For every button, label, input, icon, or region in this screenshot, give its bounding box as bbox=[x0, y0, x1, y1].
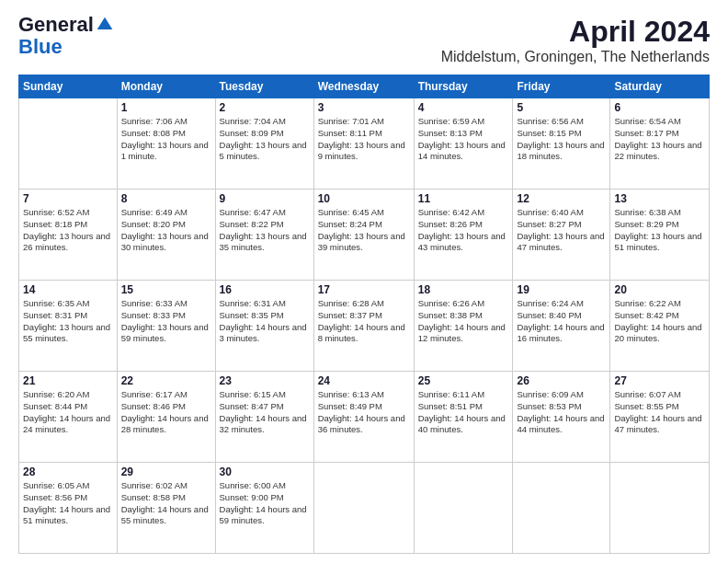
sunset-text: Sunset: 8:29 PM bbox=[614, 219, 678, 229]
calendar-cell: 13Sunrise: 6:38 AMSunset: 8:29 PMDayligh… bbox=[610, 190, 710, 281]
sunrise-text: Sunrise: 6:49 AM bbox=[121, 207, 188, 217]
sunset-text: Sunset: 8:49 PM bbox=[318, 401, 382, 411]
calendar-cell: 28Sunrise: 6:05 AMSunset: 8:56 PMDayligh… bbox=[19, 463, 118, 554]
sunrise-text: Sunrise: 6:17 AM bbox=[121, 389, 188, 399]
sunset-text: Sunset: 8:08 PM bbox=[121, 128, 186, 138]
daylight-text: Daylight: 13 hours and 43 minutes. bbox=[418, 231, 506, 253]
sunset-text: Sunset: 8:55 PM bbox=[614, 401, 678, 411]
sunrise-text: Sunrise: 6:35 AM bbox=[23, 298, 89, 308]
calendar-week-4: 21Sunrise: 6:20 AMSunset: 8:44 PMDayligh… bbox=[19, 372, 710, 463]
sunset-text: Sunset: 8:53 PM bbox=[517, 401, 581, 411]
daylight-text: Daylight: 14 hours and 32 minutes. bbox=[220, 413, 307, 435]
sunrise-text: Sunrise: 6:56 AM bbox=[517, 116, 583, 126]
sunset-text: Sunset: 8:58 PM bbox=[121, 492, 186, 502]
daylight-text: Daylight: 14 hours and 24 minutes. bbox=[23, 413, 110, 435]
day-info: Sunrise: 6:38 AMSunset: 8:29 PMDaylight:… bbox=[614, 207, 705, 254]
calendar-cell: 11Sunrise: 6:42 AMSunset: 8:26 PMDayligh… bbox=[414, 190, 513, 281]
calendar-cell: 4Sunrise: 6:59 AMSunset: 8:13 PMDaylight… bbox=[414, 98, 513, 190]
calendar-cell bbox=[313, 463, 414, 554]
day-number: 3 bbox=[318, 101, 410, 114]
sunrise-text: Sunrise: 6:11 AM bbox=[418, 389, 484, 399]
calendar-cell: 25Sunrise: 6:11 AMSunset: 8:51 PMDayligh… bbox=[414, 372, 513, 463]
day-info: Sunrise: 6:07 AMSunset: 8:55 PMDaylight:… bbox=[614, 389, 705, 436]
col-sunday: Sunday bbox=[19, 75, 118, 98]
day-number: 16 bbox=[220, 283, 310, 296]
sunrise-text: Sunrise: 6:28 AM bbox=[318, 298, 384, 308]
sunset-text: Sunset: 8:44 PM bbox=[23, 401, 87, 411]
sunrise-text: Sunrise: 6:24 AM bbox=[517, 298, 583, 308]
calendar-cell: 22Sunrise: 6:17 AMSunset: 8:46 PMDayligh… bbox=[117, 372, 215, 463]
day-number: 6 bbox=[614, 101, 705, 114]
sunrise-text: Sunrise: 6:42 AM bbox=[418, 207, 484, 217]
day-info: Sunrise: 7:04 AMSunset: 8:09 PMDaylight:… bbox=[220, 116, 310, 163]
day-info: Sunrise: 6:28 AMSunset: 8:37 PMDaylight:… bbox=[318, 298, 410, 345]
calendar-week-2: 7Sunrise: 6:52 AMSunset: 8:18 PMDaylight… bbox=[19, 190, 710, 281]
day-info: Sunrise: 6:09 AMSunset: 8:53 PMDaylight:… bbox=[517, 389, 606, 436]
title-block: April 2024 Middelstum, Groningen, The Ne… bbox=[441, 15, 710, 65]
day-number: 22 bbox=[121, 374, 211, 387]
calendar-cell: 3Sunrise: 7:01 AMSunset: 8:11 PMDaylight… bbox=[313, 98, 414, 190]
day-number: 10 bbox=[318, 192, 410, 205]
calendar-cell: 27Sunrise: 6:07 AMSunset: 8:55 PMDayligh… bbox=[610, 372, 710, 463]
calendar-header: Sunday Monday Tuesday Wednesday Thursday… bbox=[19, 75, 710, 98]
sunrise-text: Sunrise: 6:22 AM bbox=[614, 298, 680, 308]
day-info: Sunrise: 6:52 AMSunset: 8:18 PMDaylight:… bbox=[23, 207, 113, 254]
calendar-cell: 16Sunrise: 6:31 AMSunset: 8:35 PMDayligh… bbox=[215, 281, 313, 372]
sunrise-text: Sunrise: 6:40 AM bbox=[517, 207, 583, 217]
calendar-week-1: 1Sunrise: 7:06 AMSunset: 8:08 PMDaylight… bbox=[19, 98, 710, 190]
day-info: Sunrise: 6:22 AMSunset: 8:42 PMDaylight:… bbox=[614, 298, 705, 345]
calendar-cell: 17Sunrise: 6:28 AMSunset: 8:37 PMDayligh… bbox=[313, 281, 414, 372]
sunset-text: Sunset: 8:35 PM bbox=[220, 310, 284, 320]
sunrise-text: Sunrise: 7:04 AM bbox=[220, 116, 286, 126]
day-number: 11 bbox=[418, 192, 509, 205]
day-info: Sunrise: 6:02 AMSunset: 8:58 PMDaylight:… bbox=[121, 480, 211, 527]
day-info: Sunrise: 6:26 AMSunset: 8:38 PMDaylight:… bbox=[418, 298, 509, 345]
calendar-cell: 5Sunrise: 6:56 AMSunset: 8:15 PMDaylight… bbox=[513, 98, 610, 190]
day-info: Sunrise: 6:00 AMSunset: 9:00 PMDaylight:… bbox=[220, 480, 310, 527]
daylight-text: Daylight: 13 hours and 5 minutes. bbox=[220, 140, 307, 162]
col-wednesday: Wednesday bbox=[313, 75, 414, 98]
day-info: Sunrise: 6:47 AMSunset: 8:22 PMDaylight:… bbox=[220, 207, 310, 254]
calendar-cell: 29Sunrise: 6:02 AMSunset: 8:58 PMDayligh… bbox=[117, 463, 215, 554]
day-info: Sunrise: 6:11 AMSunset: 8:51 PMDaylight:… bbox=[418, 389, 509, 436]
daylight-text: Daylight: 13 hours and 9 minutes. bbox=[318, 140, 405, 162]
logo-icon bbox=[96, 16, 114, 34]
sunset-text: Sunset: 8:47 PM bbox=[220, 401, 284, 411]
calendar-body: 1Sunrise: 7:06 AMSunset: 8:08 PMDaylight… bbox=[19, 98, 710, 554]
sunset-text: Sunset: 8:15 PM bbox=[517, 128, 581, 138]
day-info: Sunrise: 6:42 AMSunset: 8:26 PMDaylight:… bbox=[418, 207, 509, 254]
sunset-text: Sunset: 8:27 PM bbox=[517, 219, 581, 229]
day-number: 21 bbox=[23, 374, 113, 387]
day-info: Sunrise: 6:40 AMSunset: 8:27 PMDaylight:… bbox=[517, 207, 606, 254]
day-info: Sunrise: 6:59 AMSunset: 8:13 PMDaylight:… bbox=[418, 116, 509, 163]
day-number: 18 bbox=[418, 283, 509, 296]
day-number: 28 bbox=[23, 465, 113, 478]
calendar-cell: 30Sunrise: 6:00 AMSunset: 9:00 PMDayligh… bbox=[215, 463, 313, 554]
svg-marker-0 bbox=[97, 17, 113, 29]
daylight-text: Daylight: 13 hours and 14 minutes. bbox=[418, 140, 506, 162]
daylight-text: Daylight: 14 hours and 8 minutes. bbox=[318, 322, 405, 344]
calendar-cell: 7Sunrise: 6:52 AMSunset: 8:18 PMDaylight… bbox=[19, 190, 118, 281]
day-info: Sunrise: 6:13 AMSunset: 8:49 PMDaylight:… bbox=[318, 389, 410, 436]
sunrise-text: Sunrise: 7:06 AM bbox=[121, 116, 188, 126]
day-number: 27 bbox=[614, 374, 705, 387]
calendar-cell: 14Sunrise: 6:35 AMSunset: 8:31 PMDayligh… bbox=[19, 281, 118, 372]
sunrise-text: Sunrise: 6:15 AM bbox=[220, 389, 286, 399]
day-info: Sunrise: 6:45 AMSunset: 8:24 PMDaylight:… bbox=[318, 207, 410, 254]
day-number: 26 bbox=[517, 374, 606, 387]
calendar-cell bbox=[610, 463, 710, 554]
daylight-text: Daylight: 14 hours and 28 minutes. bbox=[121, 413, 209, 435]
sunrise-text: Sunrise: 6:13 AM bbox=[318, 389, 384, 399]
daylight-text: Daylight: 14 hours and 16 minutes. bbox=[517, 322, 604, 344]
sunset-text: Sunset: 8:46 PM bbox=[121, 401, 186, 411]
day-number: 23 bbox=[220, 374, 310, 387]
calendar-cell: 10Sunrise: 6:45 AMSunset: 8:24 PMDayligh… bbox=[313, 190, 414, 281]
day-number: 1 bbox=[121, 101, 211, 114]
daylight-text: Daylight: 13 hours and 39 minutes. bbox=[318, 231, 405, 253]
sunset-text: Sunset: 8:31 PM bbox=[23, 310, 87, 320]
logo-general: General bbox=[18, 15, 94, 35]
day-number: 4 bbox=[418, 101, 509, 114]
sunset-text: Sunset: 8:18 PM bbox=[23, 219, 87, 229]
daylight-text: Daylight: 13 hours and 47 minutes. bbox=[517, 231, 604, 253]
day-info: Sunrise: 6:24 AMSunset: 8:40 PMDaylight:… bbox=[517, 298, 606, 345]
